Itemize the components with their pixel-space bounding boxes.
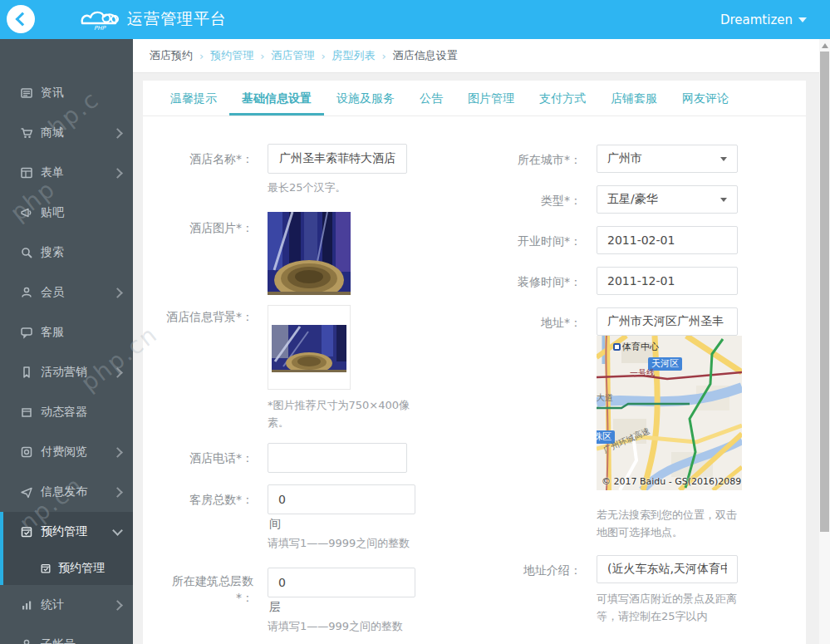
breadcrumb-separator: › — [321, 50, 325, 62]
sidebar-item-label: 预约管理 — [41, 524, 114, 539]
hotel-bg-image — [272, 325, 346, 372]
renovate-date-label: 装修时间*： — [490, 273, 582, 290]
hotel-phone-label: 酒店电话*： — [162, 450, 253, 466]
floors-input[interactable] — [268, 568, 415, 597]
map-road-label: 大道 — [597, 392, 613, 404]
breadcrumb-link[interactable]: 酒店管理 — [271, 48, 314, 63]
news-icon — [20, 86, 33, 100]
sidebar-item-mall[interactable]: 商城 — [0, 113, 133, 153]
sidebar-item-label: 搜索 — [41, 245, 121, 260]
breadcrumb-separator: › — [382, 50, 386, 62]
chat-icon — [20, 326, 33, 339]
open-date-input[interactable] — [597, 226, 738, 254]
hotel-phone-input[interactable] — [268, 443, 407, 473]
sidebar-item-marketing[interactable]: 活动营销 — [0, 352, 133, 392]
open-date-label: 开业时间*： — [490, 233, 582, 249]
scrollbar-thumb[interactable] — [820, 52, 829, 532]
map-note: 若无法搜索到您的位置，双击地图可选择地点。 — [597, 506, 744, 541]
tab-facilities[interactable]: 设施及服务 — [324, 81, 407, 116]
sidebar-item-tieba[interactable]: 贴吧 — [0, 193, 133, 233]
baidu-map[interactable]: 体育中心 天河区 一号线 大道 珠区 广州环城高速 © 2017 Baidu -… — [597, 336, 742, 490]
subaccount-icon — [20, 638, 33, 644]
sidebar-item-label: 动态容器 — [41, 405, 121, 420]
sidebar-item-paid-reading[interactable]: 付费阅览 — [0, 432, 133, 472]
chevron-right-icon — [112, 128, 123, 139]
sidebar-item-label: 客服 — [41, 325, 121, 340]
sidebar-item-booking[interactable]: 预约管理 — [3, 512, 133, 552]
select-caret-icon — [720, 198, 727, 202]
floors-unit: 层 — [269, 600, 281, 615]
sidebar-item-label: 会员 — [41, 285, 114, 300]
breadcrumb-link[interactable]: 房型列表 — [332, 48, 376, 63]
chevron-down-icon — [112, 525, 123, 536]
breadcrumb-separator: › — [199, 50, 204, 62]
hotel-photo-image — [268, 212, 351, 295]
sidebar-item-label: 统计 — [41, 597, 114, 612]
sidebar-subitem-booking-manage[interactable]: 预约管理 — [3, 552, 133, 585]
bar-chart-icon — [20, 598, 33, 612]
type-select[interactable]: 五星/豪华 — [597, 185, 738, 214]
chevron-right-icon — [112, 487, 123, 498]
sidebar-item-label: 付费阅览 — [41, 445, 114, 460]
sidebar-item-label: 贴吧 — [41, 205, 121, 220]
breadcrumb: 酒店预约 › 预约管理 › 酒店管理 › 房型列表 › 酒店信息设置 — [133, 39, 830, 73]
scrollbar-track[interactable] — [819, 39, 830, 644]
sidebar-item-members[interactable]: 会员 — [0, 273, 133, 312]
tab-payment[interactable]: 支付方式 — [527, 81, 598, 116]
address-intro-input[interactable] — [597, 555, 738, 583]
send-icon — [20, 485, 33, 499]
platform-title: 运营管理平台 — [127, 8, 227, 30]
tab-notice[interactable]: 公告 — [407, 81, 455, 116]
chevron-right-icon — [112, 367, 123, 378]
back-button[interactable] — [7, 5, 35, 33]
sidebar-item-label: 表单 — [41, 165, 114, 180]
chevron-right-icon — [112, 288, 123, 298]
city-select-value: 广州市 — [607, 151, 642, 166]
sidebar-item-search[interactable]: 搜索 — [0, 233, 133, 273]
chevron-right-icon — [112, 600, 123, 611]
renovate-date-input[interactable] — [597, 267, 738, 295]
hotel-bg-help: *图片推荐尺寸为750×400像素。 — [268, 396, 410, 431]
address-input[interactable] — [597, 307, 738, 336]
address-intro-label: 地址介绍： — [490, 562, 582, 578]
type-label: 类型*： — [490, 192, 582, 209]
tab-images[interactable]: 图片管理 — [455, 81, 527, 116]
tab-reviews[interactable]: 网友评论 — [670, 81, 741, 116]
user-menu[interactable]: Dreamtizen — [720, 0, 807, 39]
hotel-bg-upload[interactable] — [268, 305, 351, 390]
svg-text:PHP: PHP — [94, 25, 106, 32]
tab-basic-info[interactable]: 基础信息设置 — [229, 81, 324, 116]
chevron-right-icon — [112, 447, 123, 458]
room-total-label: 客房总数*： — [162, 491, 253, 508]
breadcrumb-link[interactable]: 预约管理 — [210, 48, 253, 63]
floors-help: 请填写1——999之间的整数 — [268, 617, 450, 635]
sidebar-item-service[interactable]: 客服 — [0, 312, 133, 352]
sidebar-item-forms[interactable]: 表单 — [0, 153, 133, 193]
tab-bar: 温馨提示 基础信息设置 设施及服务 公告 图片管理 支付方式 店铺套服 网友评论 — [143, 81, 806, 116]
select-caret-icon — [720, 157, 727, 161]
sidebar-item-publish[interactable]: 信息发布 — [0, 472, 133, 512]
room-total-input[interactable] — [268, 484, 415, 514]
sidebar-item-stats[interactable]: 统计 — [0, 585, 133, 625]
hotel-photo[interactable] — [268, 212, 351, 295]
sidebar-item-subaccount[interactable]: 子帐号 — [0, 625, 133, 644]
tab-shop-service[interactable]: 店铺套服 — [598, 81, 670, 116]
sidebar-item-label: 商城 — [41, 125, 114, 140]
tab-warm-tips[interactable]: 温馨提示 — [158, 81, 229, 116]
sidebar-item-container[interactable]: 动态容器 — [0, 392, 133, 432]
hotel-name-input[interactable] — [268, 144, 407, 174]
content-card: 温馨提示 基础信息设置 设施及服务 公告 图片管理 支付方式 店铺套服 网友评论… — [143, 81, 806, 644]
hotel-image-label: 酒店图片*： — [162, 219, 253, 236]
sidebar-subitem-label: 预约管理 — [58, 561, 105, 576]
box-icon — [20, 406, 33, 419]
city-select[interactable]: 广州市 — [597, 145, 738, 173]
sidebar-item-label: 信息发布 — [41, 484, 114, 499]
bookmark-icon — [20, 366, 33, 379]
sidebar-item-news[interactable]: 资讯 — [0, 73, 133, 113]
sidebar-item-label: 活动营销 — [41, 365, 114, 380]
map-copyright: © 2017 Baidu - GS(2016)2089 — [602, 476, 741, 487]
sidebar-item-label: 资讯 — [41, 86, 121, 101]
search-icon — [20, 246, 33, 259]
breadcrumb-separator: › — [260, 50, 264, 62]
scroll-up-icon[interactable] — [822, 43, 828, 48]
